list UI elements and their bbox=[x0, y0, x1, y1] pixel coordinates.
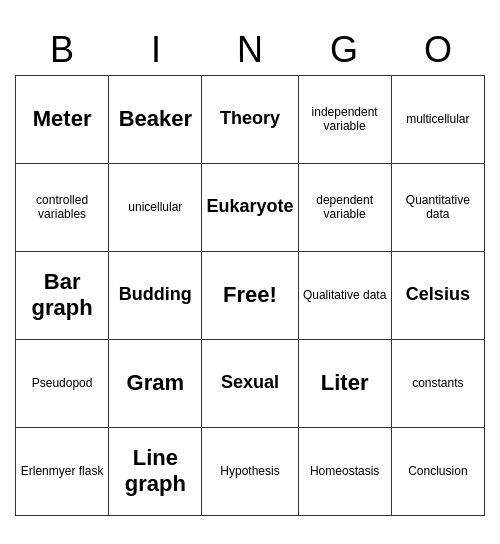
cell-0-3: independent variable bbox=[299, 76, 392, 164]
cell-4-2: Hypothesis bbox=[202, 428, 298, 516]
bingo-card: BINGO MeterBeakerTheoryindependent varia… bbox=[15, 29, 485, 516]
cell-0-1: Beaker bbox=[109, 76, 202, 164]
bingo-letter: O bbox=[394, 29, 482, 71]
cell-3-2: Sexual bbox=[202, 340, 298, 428]
cell-2-3: Qualitative data bbox=[299, 252, 392, 340]
cell-1-2: Eukaryote bbox=[202, 164, 298, 252]
cell-1-3: dependent variable bbox=[299, 164, 392, 252]
bingo-letter: I bbox=[112, 29, 200, 71]
cell-1-4: Quantitative data bbox=[392, 164, 485, 252]
cell-2-0: Bar graph bbox=[16, 252, 109, 340]
cell-4-1: Line graph bbox=[109, 428, 202, 516]
cell-0-2: Theory bbox=[202, 76, 298, 164]
cell-2-1: Budding bbox=[109, 252, 202, 340]
cell-4-4: Conclusion bbox=[392, 428, 485, 516]
bingo-letter: N bbox=[206, 29, 294, 71]
cell-2-2: Free! bbox=[202, 252, 298, 340]
cell-3-4: constants bbox=[392, 340, 485, 428]
cell-0-0: Meter bbox=[16, 76, 109, 164]
cell-3-3: Liter bbox=[299, 340, 392, 428]
bingo-header: BINGO bbox=[15, 29, 485, 71]
cell-2-4: Celsius bbox=[392, 252, 485, 340]
cell-4-0: Erlenmyer flask bbox=[16, 428, 109, 516]
cell-4-3: Homeostasis bbox=[299, 428, 392, 516]
bingo-grid: MeterBeakerTheoryindependent variablemul… bbox=[15, 75, 485, 516]
cell-3-1: Gram bbox=[109, 340, 202, 428]
bingo-letter: G bbox=[300, 29, 388, 71]
cell-1-0: controlled variables bbox=[16, 164, 109, 252]
cell-1-1: unicellular bbox=[109, 164, 202, 252]
cell-3-0: Pseudopod bbox=[16, 340, 109, 428]
cell-0-4: multicellular bbox=[392, 76, 485, 164]
bingo-letter: B bbox=[18, 29, 106, 71]
